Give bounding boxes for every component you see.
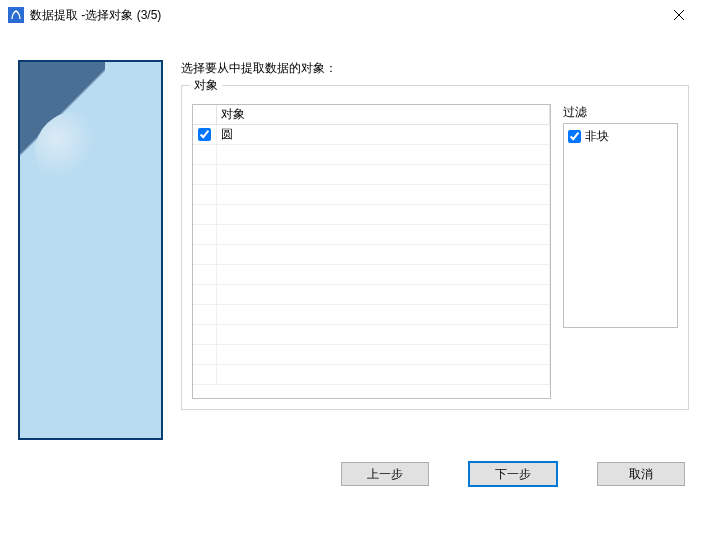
header-check-column [193,105,217,124]
next-button[interactable]: 下一步 [469,462,557,486]
groupbox-label: 对象 [190,77,222,94]
table-row [193,165,550,185]
right-pane: 选择要从中提取数据的对象： 对象 对象 圆 [181,60,689,500]
page-preview-icon [18,60,163,440]
filter-item[interactable]: 非块 [568,127,673,145]
filter-list: 非块 [563,123,678,328]
object-checkbox[interactable] [198,128,211,141]
instruction-label: 选择要从中提取数据的对象： [181,60,689,77]
table-row [193,265,550,285]
table-row [193,225,550,245]
table-row [193,245,550,265]
close-icon [674,10,684,20]
button-row: 上一步 下一步 取消 [341,462,685,486]
app-icon [8,7,24,23]
objects-rows: 圆 [193,125,550,398]
table-row [193,345,550,365]
table-row [193,325,550,345]
table-row [193,285,550,305]
table-row [193,365,550,385]
table-row [193,305,550,325]
filter-panel: 过滤 非块 [563,104,678,399]
close-button[interactable] [659,0,699,30]
back-button[interactable]: 上一步 [341,462,429,486]
filter-checkbox[interactable] [568,130,581,143]
row-name-cell: 圆 [217,125,550,144]
table-row[interactable]: 圆 [193,125,550,145]
cancel-button[interactable]: 取消 [597,462,685,486]
titlebar: 数据提取 -选择对象 (3/5) [0,0,707,30]
window-title: 数据提取 -选择对象 (3/5) [30,7,161,24]
filter-label: 过滤 [563,104,678,121]
filter-item-label: 非块 [585,128,609,145]
header-name-column: 对象 [217,105,550,124]
table-row [193,205,550,225]
content-area: 选择要从中提取数据的对象： 对象 对象 圆 [0,30,707,500]
objects-table: 对象 圆 [192,104,551,399]
row-check-cell [193,125,217,144]
table-row [193,145,550,165]
objects-groupbox: 对象 对象 圆 [181,85,689,410]
objects-table-header: 对象 [193,105,550,125]
table-row [193,185,550,205]
